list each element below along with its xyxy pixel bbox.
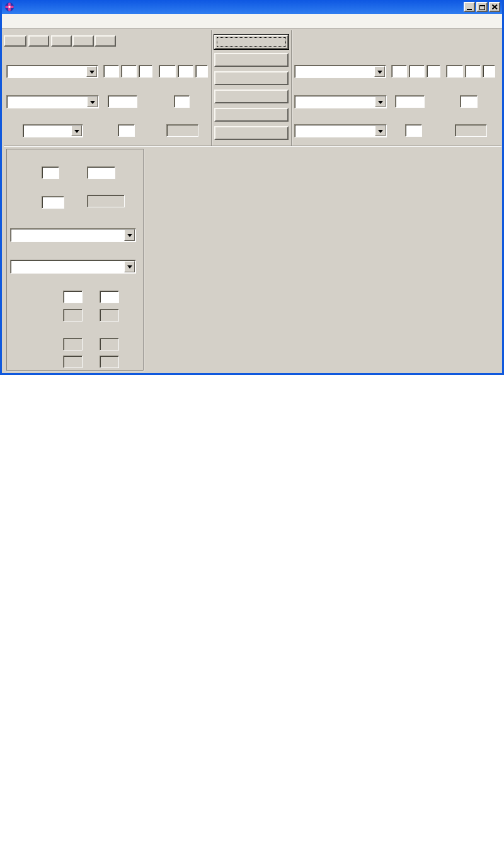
chevron-down-icon — [377, 71, 382, 76]
avail-set1-field — [63, 309, 83, 321]
load-button[interactable] — [72, 35, 94, 47]
menu-file[interactable] — [2, 19, 13, 23]
modulation-value — [11, 260, 123, 273]
del-button[interactable] — [28, 35, 49, 47]
help-button[interactable] — [214, 90, 289, 103]
rx-lon-min-field[interactable] — [465, 65, 481, 78]
close-button[interactable] — [489, 2, 500, 12]
chevron-down-icon — [378, 130, 383, 136]
ground-value — [11, 229, 123, 241]
exch-button[interactable] — [51, 35, 72, 47]
menu-view[interactable] — [36, 19, 47, 23]
save-button[interactable] — [94, 35, 116, 47]
chevron-down-icon — [127, 234, 132, 240]
print-diagram-button[interactable] — [214, 53, 289, 67]
menu-programs[interactable] — [47, 19, 59, 23]
ground-select[interactable] — [10, 228, 136, 242]
chevron-down-icon — [89, 71, 94, 76]
minimize-button[interactable] — [464, 2, 475, 12]
rx-lon-deg-field[interactable] — [446, 65, 463, 78]
tx-antenna-select[interactable] — [6, 95, 99, 108]
tx-station-dropdown-button[interactable] — [86, 66, 97, 77]
app-icon — [4, 2, 14, 12]
tx-takeoff-field[interactable] — [174, 95, 190, 108]
tx-antenna-value — [7, 96, 86, 108]
chevron-down-icon — [127, 265, 132, 271]
calculate-button[interactable] — [214, 35, 289, 49]
rx-env-value — [295, 125, 374, 137]
menu-stations[interactable] — [25, 19, 36, 23]
rx-antenna-dropdown-button[interactable] — [375, 96, 386, 107]
tx-power-dropdown-button[interactable] — [71, 125, 82, 136]
rx-station-dropdown-button[interactable] — [374, 66, 385, 77]
ground-dropdown-button[interactable] — [124, 229, 135, 241]
takeoff-f2-field — [63, 338, 83, 350]
add-button[interactable] — [4, 35, 26, 47]
rx-lat-min-field[interactable] — [409, 65, 425, 78]
distance-field — [87, 195, 125, 207]
tx-lon-min-field[interactable] — [178, 65, 193, 78]
month-field[interactable] — [42, 166, 59, 179]
propagation-chart — [147, 147, 504, 374]
frequency-marker-blue — [156, 526, 158, 785]
sn-set1-field[interactable] — [63, 291, 83, 303]
divider-right — [291, 30, 292, 146]
tx-timedev-field[interactable] — [118, 124, 135, 137]
rx-timedev-field[interactable] — [405, 124, 422, 137]
tx-station-value — [7, 66, 86, 78]
frequency-marker-green — [139, 526, 140, 785]
tx-lat-deg-field[interactable] — [103, 65, 119, 78]
avail-set2-field — [100, 309, 119, 321]
sn-set2-field[interactable] — [100, 291, 119, 303]
rx-azimuth-field — [455, 124, 487, 137]
modulation-dropdown-button[interactable] — [124, 261, 135, 272]
sunspot-field[interactable] — [42, 196, 64, 209]
menu-bar — [2, 14, 502, 29]
tx-antenna-dropdown-button[interactable] — [87, 96, 98, 107]
rx-station-value — [295, 66, 374, 78]
year-field[interactable] — [87, 166, 115, 179]
tx-azimuth-field — [166, 124, 198, 137]
tx-gain-field[interactable] — [108, 95, 137, 108]
full-screen-button[interactable] — [214, 71, 289, 85]
maximize-icon — [479, 5, 485, 10]
close-icon — [492, 4, 498, 9]
takeoff-e-field — [100, 338, 119, 350]
tx-lon-hem-field[interactable] — [195, 65, 208, 78]
set-default-button[interactable] — [214, 108, 289, 122]
rx-env-dropdown-button[interactable] — [375, 125, 386, 136]
tx-lon-deg-field[interactable] — [159, 65, 176, 78]
tx-power-value — [23, 125, 71, 137]
modulation-select[interactable] — [10, 260, 136, 274]
rx-lat-hem-field[interactable] — [427, 65, 440, 78]
minimize-icon — [467, 9, 472, 10]
rx-antenna-value — [295, 96, 374, 108]
rx-env-select[interactable] — [294, 124, 387, 137]
rx-antenna-select[interactable] — [294, 95, 387, 108]
tx-lat-min-field[interactable] — [121, 65, 137, 78]
menu-help[interactable] — [59, 19, 70, 23]
hops-e-field — [100, 356, 119, 368]
tx-station-select[interactable] — [6, 65, 98, 78]
maximize-button[interactable] — [476, 2, 488, 12]
menu-print[interactable] — [13, 19, 25, 23]
chevron-down-icon — [74, 130, 79, 136]
rx-gain-field[interactable] — [395, 95, 425, 108]
title-bar[interactable] — [2, 0, 502, 14]
propagation-wizard-app — [0, 0, 504, 851]
chevron-down-icon — [90, 101, 95, 107]
tx-lat-hem-field[interactable] — [139, 65, 152, 78]
hops-f2-field — [63, 356, 83, 368]
tx-power-select[interactable] — [23, 124, 83, 137]
chevron-down-icon — [378, 101, 383, 107]
app-window — [0, 0, 504, 375]
rx-station-select[interactable] — [294, 65, 386, 78]
rx-lat-deg-field[interactable] — [391, 65, 407, 78]
grafex-output-area — [0, 375, 504, 851]
exit-button[interactable] — [214, 126, 289, 140]
rx-noise-field[interactable] — [460, 95, 478, 108]
divider-left — [211, 30, 212, 146]
rx-lon-hem-field[interactable] — [483, 65, 495, 78]
